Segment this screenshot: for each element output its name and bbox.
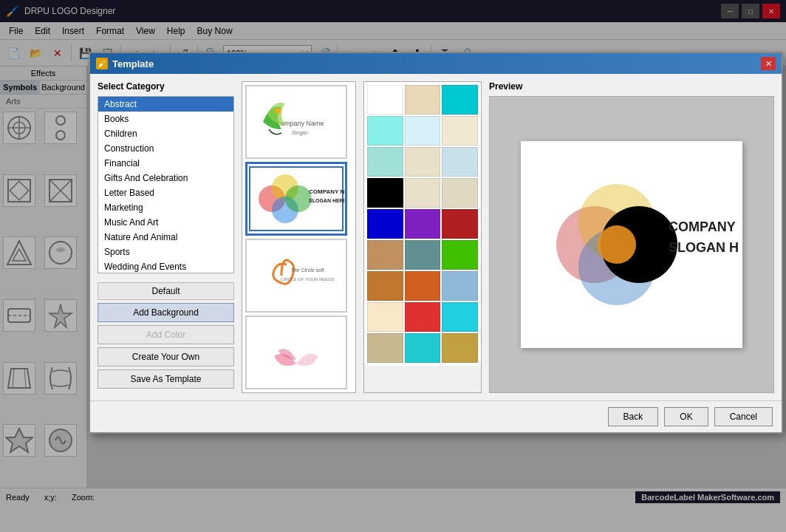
template-modal: 🖌 Template ✕ Select Category Abstract Bo… — [89, 52, 783, 434]
svg-point-22 — [275, 108, 281, 114]
category-construction[interactable]: Construction — [98, 141, 233, 156]
add-color-button: Add Color — [98, 325, 234, 344]
category-nature[interactable]: Nature And Animal — [98, 230, 233, 245]
templates-scroll: Company Name Slogan — [242, 81, 356, 393]
color-swatch-18[interactable] — [367, 271, 403, 301]
template-3[interactable]: The Circle soft CIRCLE OF YOUR NEEDS — [245, 239, 347, 313]
category-sports[interactable]: Sports — [98, 245, 233, 259]
category-children[interactable]: Children — [98, 126, 233, 141]
category-financial[interactable]: Financial — [98, 156, 233, 171]
modal-title-bar: 🖌 Template ✕ — [90, 53, 782, 74]
category-marketing[interactable]: Marketing — [98, 200, 233, 215]
back-button[interactable]: Back — [608, 407, 659, 426]
category-wedding[interactable]: Wedding And Events — [98, 259, 233, 273]
modal-title-icon: 🖌 — [96, 58, 108, 69]
svg-text:Slogan: Slogan — [292, 130, 308, 136]
preview-area: COMPANY NAME SLOGAN HERE — [489, 96, 774, 393]
preview-canvas: COMPANY NAME SLOGAN HERE — [521, 141, 742, 348]
color-swatch-14[interactable] — [442, 209, 478, 239]
category-books[interactable]: Books — [98, 112, 233, 126]
color-swatch-4[interactable] — [405, 116, 441, 146]
template-4[interactable] — [245, 316, 347, 389]
svg-text:CIRCLE OF YOUR NEEDS: CIRCLE OF YOUR NEEDS — [280, 277, 334, 282]
preview-label: Preview — [489, 81, 774, 92]
template-2[interactable]: COMPANY NAME SLOGAN HERE — [245, 162, 347, 236]
color-swatch-26[interactable] — [442, 333, 478, 363]
color-swatch-23[interactable] — [442, 302, 478, 332]
svg-text:COMPANY NAME: COMPANY NAME — [669, 219, 739, 234]
colors-scroll — [363, 81, 482, 393]
templates-inner: Company Name Slogan — [242, 82, 355, 392]
color-swatch-15[interactable] — [367, 240, 403, 270]
color-swatch-6[interactable] — [367, 147, 403, 177]
category-abstract[interactable]: Abstract — [98, 97, 233, 112]
default-label: Default — [98, 282, 234, 300]
color-swatch-1[interactable] — [405, 85, 441, 115]
save-as-template-button[interactable]: Save As Template — [98, 369, 234, 389]
color-swatch-12[interactable] — [367, 209, 403, 239]
svg-text:SLOGAN HERE: SLOGAN HERE — [309, 198, 344, 203]
color-swatch-16[interactable] — [405, 240, 441, 270]
svg-text:COMPANY NAME: COMPANY NAME — [309, 188, 344, 195]
color-swatch-21[interactable] — [367, 302, 403, 332]
svg-point-27 — [285, 185, 312, 212]
color-swatch-20[interactable] — [442, 271, 478, 301]
color-swatch-10[interactable] — [405, 178, 441, 208]
color-swatch-5[interactable] — [442, 116, 478, 146]
color-swatch-19[interactable] — [405, 271, 441, 301]
color-swatch-11[interactable] — [442, 178, 478, 208]
color-swatch-2[interactable] — [442, 85, 478, 115]
color-swatch-3[interactable] — [367, 116, 403, 146]
modal-body: Select Category Abstract Books Children … — [90, 74, 782, 400]
category-label: Select Category — [98, 81, 234, 92]
color-swatch-0[interactable] — [367, 85, 403, 115]
add-background-button[interactable]: Add Background — [98, 303, 234, 322]
modal-title: Template — [112, 58, 761, 69]
modal-footer: Back OK Cancel — [90, 400, 782, 432]
color-swatch-25[interactable] — [405, 333, 441, 363]
svg-point-36 — [598, 225, 636, 264]
color-swatch-8[interactable] — [442, 147, 478, 177]
category-gifts[interactable]: Gifts And Celebration — [98, 171, 233, 185]
color-swatch-24[interactable] — [367, 333, 403, 363]
color-swatch-9[interactable] — [367, 178, 403, 208]
ok-button[interactable]: OK — [664, 407, 708, 426]
color-swatch-22[interactable] — [405, 302, 441, 332]
color-swatch-13[interactable] — [405, 209, 441, 239]
category-section: Select Category Abstract Books Children … — [98, 81, 234, 393]
color-swatch-7[interactable] — [405, 147, 441, 177]
template-1[interactable]: Company Name Slogan — [245, 85, 347, 159]
svg-text:SLOGAN HERE: SLOGAN HERE — [669, 240, 739, 255]
templates-section: Company Name Slogan — [242, 81, 356, 393]
category-music[interactable]: Music And Art — [98, 215, 233, 230]
modal-close-button[interactable]: ✕ — [761, 57, 776, 70]
category-letter[interactable]: Letter Based — [98, 185, 233, 200]
svg-text:The Circle soft: The Circle soft — [290, 267, 324, 273]
color-swatch-17[interactable] — [442, 240, 478, 270]
category-list[interactable]: Abstract Books Children Construction Fin… — [98, 96, 234, 273]
cancel-button[interactable]: Cancel — [714, 407, 773, 426]
colors-grid — [364, 82, 481, 366]
create-own-button[interactable]: Create Your Own — [98, 347, 234, 366]
modal-overlay: 🖌 Template ✕ Select Category Abstract Bo… — [0, 0, 786, 505]
colors-section — [363, 81, 482, 393]
preview-section: Preview COMPANY NAME — [489, 81, 774, 393]
action-buttons: Default Add Background Add Color Create … — [98, 279, 234, 389]
